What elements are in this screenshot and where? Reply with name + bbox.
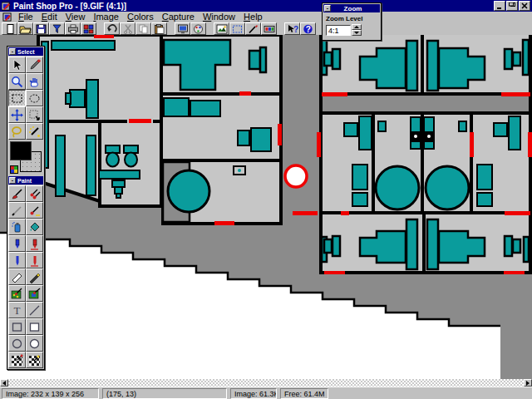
print-button[interactable]: [65, 22, 81, 35]
rectangle-tool-button[interactable]: [8, 318, 26, 335]
save-button[interactable]: [33, 22, 49, 35]
right-arrow-icon: [526, 381, 530, 386]
paint-brush-icon: [11, 188, 23, 200]
filled-ellipse-tool-button[interactable]: [26, 335, 43, 352]
cut-button[interactable]: [120, 22, 135, 35]
status-bar: Image: 232 x 139 x 256 (175, 13) Image: …: [0, 387, 532, 399]
color-selector[interactable]: [8, 140, 43, 175]
foreground-color-swatch[interactable]: [10, 141, 32, 160]
paste-button[interactable]: [151, 22, 167, 35]
zoom-tool-button[interactable]: [8, 73, 26, 90]
select-palette-titlebar[interactable]: - Select: [8, 47, 43, 56]
horizontal-scrollbar[interactable]: [0, 379, 532, 387]
document-icon: [2, 12, 12, 22]
paint-brush-tool-button[interactable]: [8, 185, 26, 202]
open-button[interactable]: [17, 22, 33, 35]
line-tool-button[interactable]: [26, 302, 43, 318]
menu-help[interactable]: Help: [239, 12, 267, 22]
pen-tool-button[interactable]: [8, 235, 26, 252]
arrow-icon: [11, 59, 23, 71]
crayon-tool-button[interactable]: [26, 252, 43, 268]
rectangle-selection-tool-button[interactable]: [8, 90, 26, 106]
svg-text:?: ?: [306, 24, 311, 33]
pattern-fill-tool-button[interactable]: [26, 352, 43, 368]
picture-tube-tool-button[interactable]: [8, 285, 26, 302]
pencil-tool-button[interactable]: [26, 268, 43, 285]
status-cursor-position: (175, 13): [102, 388, 227, 399]
retouch-tool-button[interactable]: [8, 202, 26, 219]
batch-icon: [83, 24, 94, 34]
collapse-icon[interactable]: -: [9, 177, 16, 184]
pattern-brush-icon: [11, 354, 23, 367]
lasso-tool-button[interactable]: [8, 123, 26, 140]
color-palette-button[interactable]: [190, 22, 206, 35]
eraser-tool-button[interactable]: [8, 268, 26, 285]
menu-capture[interactable]: Capture: [158, 12, 199, 22]
full-screen-preview-button[interactable]: [214, 22, 229, 35]
marker-tool-button[interactable]: [8, 252, 26, 268]
clone-brush-tool-button[interactable]: [26, 185, 43, 202]
collapse-icon[interactable]: -: [324, 5, 331, 12]
canvas-area[interactable]: [0, 35, 532, 379]
mover-tool-button[interactable]: [8, 106, 26, 123]
picture-tube-icon: [11, 288, 23, 300]
zoom-increase-button[interactable]: [352, 24, 362, 30]
undo-button[interactable]: [104, 22, 120, 35]
copy-button[interactable]: [135, 22, 151, 35]
browse-button[interactable]: [49, 22, 65, 35]
collapse-icon[interactable]: -: [9, 48, 16, 55]
color-replacer-tool-button[interactable]: [26, 202, 43, 219]
eraser-pen-icon: [28, 238, 41, 250]
clone-brush-icon: [28, 188, 41, 200]
zoom-window: - Zoom Zoom Level 4:1: [322, 2, 382, 41]
picture-eraser-tool-button[interactable]: [26, 285, 43, 302]
color-picker-tool-button[interactable]: [26, 57, 43, 73]
zoom-window-titlebar[interactable]: - Zoom: [323, 4, 380, 12]
hand-tool-button[interactable]: [26, 73, 43, 90]
pencil-icon: [28, 271, 41, 283]
scroll-left-button[interactable]: [0, 379, 8, 387]
menu-file[interactable]: File: [14, 12, 37, 22]
filled-rectangle-tool-button[interactable]: [26, 318, 43, 335]
text-tool-button[interactable]: T: [8, 302, 26, 318]
batch-conversion-button[interactable]: [81, 22, 96, 35]
magic-wand-tool-button[interactable]: [26, 123, 43, 140]
help-button[interactable]: ?: [300, 22, 316, 35]
ellipse-selection-tool-button[interactable]: [26, 90, 43, 106]
ellipse-tool-button[interactable]: [8, 335, 26, 352]
rectangle-icon: [11, 321, 23, 333]
hand-icon: [28, 76, 41, 88]
scissors-icon: [123, 24, 133, 34]
arrow-tool-button[interactable]: [8, 57, 26, 73]
normal-viewing-button[interactable]: [229, 22, 245, 35]
airbrush-icon: [11, 221, 23, 234]
menu-colors[interactable]: Colors: [123, 12, 158, 22]
new-button[interactable]: [2, 22, 17, 35]
svg-text:?: ?: [293, 25, 298, 34]
scroll-right-button[interactable]: [524, 379, 532, 387]
image-icon: [216, 24, 228, 34]
airbrush-tool-button[interactable]: [8, 219, 26, 235]
flood-fill-tool-button[interactable]: [26, 219, 43, 235]
restore-button[interactable]: [506, 1, 518, 11]
deformer-tool-button[interactable]: [26, 106, 43, 123]
down-arrow-icon: [354, 32, 359, 34]
menu-edit[interactable]: Edit: [37, 12, 62, 22]
zoom-level-value[interactable]: 4:1: [326, 25, 351, 36]
zoom-decrease-button[interactable]: [352, 30, 362, 36]
floor-plan-image[interactable]: [0, 35, 532, 379]
menu-image[interactable]: Image: [89, 12, 123, 22]
context-help-button[interactable]: ?: [284, 22, 300, 35]
pattern-brush-tool-button[interactable]: [8, 352, 26, 368]
paste-icon: [154, 24, 165, 34]
screen-capture-button[interactable]: [175, 22, 190, 35]
menu-window[interactable]: Window: [199, 12, 239, 22]
close-button[interactable]: [519, 1, 530, 11]
paint-palette-titlebar[interactable]: - Paint: [8, 176, 43, 185]
toolbars-button[interactable]: [261, 22, 277, 35]
edit-image-button[interactable]: [245, 22, 261, 35]
minimize-button[interactable]: [494, 1, 505, 11]
default-colors-icon[interactable]: [10, 165, 18, 174]
menu-view[interactable]: View: [62, 12, 90, 22]
eraser-pen-tool-button[interactable]: [26, 235, 43, 252]
